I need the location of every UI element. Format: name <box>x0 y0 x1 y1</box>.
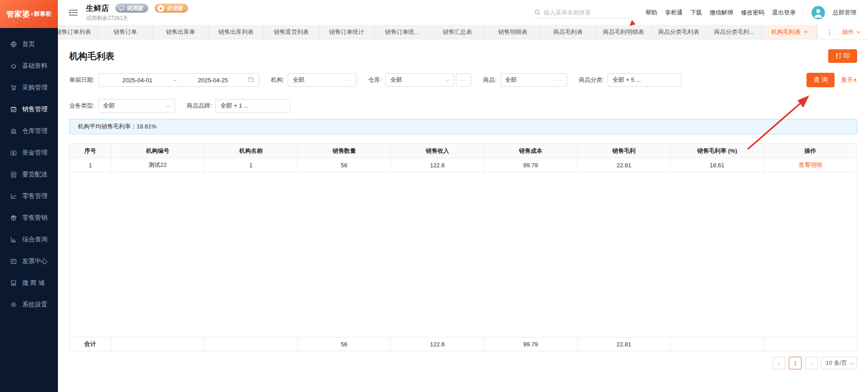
warehouse-select[interactable]: 全部 <box>385 73 454 87</box>
ellipsis-icon[interactable]: ··· <box>345 77 356 83</box>
more-tabs-icon[interactable]: ⋮ <box>826 28 833 36</box>
gear-icon <box>10 301 17 308</box>
total-cell: 99.79 <box>484 337 577 351</box>
header-divider <box>803 9 804 17</box>
open-tabs: 销售订单列表销售订单销售出库单销售出库列表销售退货列表销售订单统计销售订单统..… <box>58 25 817 39</box>
header-menu-item[interactable]: 帮助 <box>645 9 657 17</box>
total-cell: 56 <box>298 337 391 351</box>
sidebar-item-mall[interactable]: 微 商 城 <box>0 272 58 294</box>
sidebar-item-label: 基础资料 <box>22 62 47 70</box>
tab-item[interactable]: 销售订单统... <box>375 25 430 39</box>
list-icon <box>10 171 17 178</box>
date-range-input[interactable]: 2025-04-01 ~ 2025-04-25 <box>98 73 259 87</box>
menu-search[interactable] <box>534 7 631 19</box>
header-menu-item[interactable]: 微信解绑 <box>710 9 733 17</box>
collapse-sidebar-icon[interactable] <box>69 9 78 16</box>
category-select[interactable]: 全部 + 5 ... <box>607 73 682 87</box>
prev-page-button[interactable]: ‹ <box>773 357 785 369</box>
brand-select[interactable]: 全部 + 1 ... <box>215 99 290 113</box>
tab-item[interactable]: 销售明细表 <box>485 25 541 39</box>
report-table: 序号机构编号机构名称销售数量销售收入销售成本销售毛利销售毛利率 (%)操作 1测… <box>69 143 857 351</box>
org-select[interactable]: 全部 ··· <box>288 73 356 87</box>
print-button[interactable]: 打 印 <box>828 49 857 63</box>
header-menu-item[interactable]: 掌柜通 <box>665 9 683 17</box>
header-menu-item[interactable]: 下载 <box>690 9 702 17</box>
category-field: 商品分类: 全部 + 5 ... <box>579 73 682 87</box>
product-select[interactable]: 全部 ··· <box>500 73 567 87</box>
current-page-button[interactable]: 1 <box>789 357 802 369</box>
money-icon <box>10 149 17 156</box>
sidebar-item-label: 零售营销 <box>22 214 47 222</box>
trial-days-remaining: 试用剩余27261天 <box>86 14 188 22</box>
sidebar-item-sales[interactable]: 销售管理 <box>0 99 58 120</box>
sidebar-item-home[interactable]: 首页 <box>0 33 58 55</box>
view-detail-link[interactable]: 查看明细 <box>798 161 822 168</box>
total-cell: 22.81 <box>577 337 670 351</box>
table-cell: 56 <box>298 158 391 172</box>
header-right: 帮助掌柜通下载微信解绑修改密码退出登录 总部管理 <box>534 6 856 19</box>
biz-type-select[interactable]: 全部 <box>98 99 175 113</box>
sidebar-item-warehouse[interactable]: 仓库管理 <box>0 120 58 142</box>
total-cell: 122.6 <box>391 337 484 351</box>
tab-item[interactable]: 销售订单统计 <box>319 25 375 39</box>
sidebar-item-label: 首页 <box>22 40 35 48</box>
tab-item[interactable]: 销售汇总表 <box>430 25 485 39</box>
tab-item[interactable]: 销售出库列表 <box>209 25 264 39</box>
sidebar-item-basic-data[interactable]: 基础资料 <box>0 55 58 77</box>
cart-icon <box>10 84 17 91</box>
date-range-field: 单据日期: 2025-04-01 ~ 2025-04-25 <box>69 73 259 87</box>
close-icon[interactable]: × <box>804 28 808 35</box>
user-name[interactable]: 总部管理 <box>833 9 856 17</box>
total-cell <box>111 337 204 351</box>
expand-filters-link[interactable]: 展开∧ <box>841 76 857 84</box>
column-header: 序号 <box>70 144 111 158</box>
tab-item[interactable]: 销售退货列表 <box>264 25 319 39</box>
table-row: 1测试22156122.699.7922.8118.61查看明细 <box>70 158 857 172</box>
tab-item[interactable]: 销售出库单 <box>153 25 208 39</box>
sidebar-item-delivery[interactable]: 要货配送 <box>0 164 58 185</box>
sidebar-item-purchase[interactable]: 采购管理 <box>0 77 58 99</box>
page-size-select[interactable]: 10 条/页 <box>821 357 857 369</box>
column-header: 销售毛利 <box>577 144 670 158</box>
trial-badge: 试用版 <box>115 4 148 13</box>
table-total-row: 合计56122.699.7922.81 <box>70 337 857 351</box>
tab-operations-dropdown[interactable]: 操作 <box>842 28 859 36</box>
sidebar-item-invoice[interactable]: 发票中心 <box>0 250 58 272</box>
avatar[interactable] <box>811 6 825 19</box>
table-cell: 1 <box>204 158 298 172</box>
tab-item[interactable]: 商品毛利表 <box>541 25 596 39</box>
header-menu-item[interactable]: 退出登录 <box>772 9 796 17</box>
date-to[interactable]: 2025-04-25 <box>179 77 247 84</box>
sidebar-item-label: 发票中心 <box>22 257 47 265</box>
sidebar-item-marketing[interactable]: 零售营销 <box>0 207 58 229</box>
pagination: ‹ 1 › 10 条/页 <box>69 357 857 369</box>
table-cell: 查看明细 <box>764 158 857 172</box>
tab-item[interactable]: 销售订单 <box>98 25 153 39</box>
monitor-icon <box>118 5 124 11</box>
sidebar-item-retail[interactable]: 零售管理 <box>0 185 58 207</box>
tab-label: 销售订单 <box>114 28 137 36</box>
biz-type-field: 业务类型: 全部 <box>69 99 175 113</box>
tab-item[interactable]: 商品分类毛利... <box>707 25 762 39</box>
logo-sub: 辉掌柜 <box>34 10 52 18</box>
tab-item[interactable]: 机构毛利表× <box>762 25 817 39</box>
header-menu-item[interactable]: 修改密码 <box>741 9 764 17</box>
date-from[interactable]: 2025-04-01 <box>103 77 172 84</box>
next-page-button[interactable]: › <box>805 357 818 369</box>
sidebar-item-query[interactable]: 综合查询 <box>0 229 58 250</box>
tab-label: 机构毛利表 <box>771 28 801 36</box>
sidebar-item-funds[interactable]: 资金管理 <box>0 142 58 164</box>
summary-banner: 机构平均销售毛利率：18.61% <box>69 119 857 134</box>
query-button[interactable]: 查 询 <box>806 73 835 87</box>
warehouse-more-button[interactable]: ··· <box>456 73 471 87</box>
table-empty-space <box>70 172 857 337</box>
ellipsis-icon[interactable]: ··· <box>555 77 567 83</box>
sidebar-item-settings[interactable]: 系统设置 <box>0 294 58 316</box>
tab-item[interactable]: 销售订单列表 <box>58 25 98 39</box>
search-input[interactable] <box>544 9 625 16</box>
chevron-down-icon <box>166 103 171 108</box>
column-header: 销售成本 <box>484 144 577 158</box>
tab-item[interactable]: 商品毛利明细表 <box>596 25 651 39</box>
tab-label: 商品分类毛利表 <box>658 28 699 36</box>
tab-item[interactable]: 商品分类毛利表 <box>651 25 707 39</box>
